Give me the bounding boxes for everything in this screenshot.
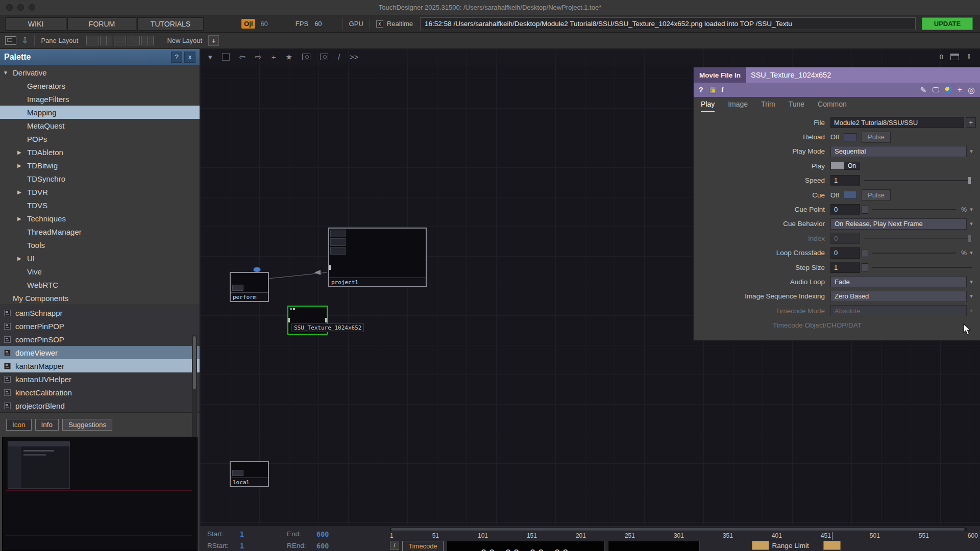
parameter-tab[interactable]: Image [728,100,748,112]
cue-value[interactable]: Off [830,191,839,199]
realtime-checkbox[interactable]: x [376,20,383,28]
tree-expand-icon[interactable]: ▶ [17,163,27,168]
info-icon[interactable]: i [722,86,724,94]
start-value[interactable]: 1 [240,530,287,538]
layout-horizontal-split-button[interactable] [114,36,126,45]
param-label[interactable]: Cue Point [694,206,830,213]
end-value[interactable]: 600 [316,530,329,538]
dropdown-caret-icon[interactable]: ▾ [967,279,976,285]
palette-tree-item[interactable]: WebRTC [0,278,200,291]
language-icon[interactable] [945,86,952,93]
layout-three-pane-button[interactable] [128,36,140,45]
timeline-scrollbar[interactable] [390,528,967,531]
parameter-tab[interactable]: Play [701,100,715,112]
palette-tree-item[interactable]: ▼ Derivative [0,66,200,79]
palette-tree-item[interactable]: Tools [0,238,200,252]
palette-tree-item[interactable]: MetaQuest [0,119,200,132]
palette-tree-item[interactable]: ▶ Techniques [0,212,200,225]
palette-close-button[interactable]: x [184,52,195,63]
palette-component-item[interactable]: projectorBlend [0,399,200,412]
help-icon[interactable]: ? [699,86,703,94]
path-expand-chevrons[interactable]: >> [350,53,359,61]
file-browse-button[interactable]: + [966,117,976,128]
palette-component-item[interactable]: domeViewer [0,346,200,359]
reload-value[interactable]: Off [830,133,839,141]
palette-tree-item[interactable]: Vive [0,265,200,278]
timeline-option-chip[interactable] [823,541,841,550]
tree-expand-icon[interactable]: ▶ [17,256,27,261]
cue-behavior-dropdown[interactable]: On Release, Play Next Frame [830,218,967,230]
tree-expand-icon[interactable]: ▼ [3,70,13,76]
input-connector[interactable] [329,265,331,270]
lock-icon[interactable] [709,87,716,93]
palette-tree-item[interactable]: ▶ TDBitwig [0,159,200,172]
layout-vertical-split-button[interactable] [100,36,112,45]
import-layout-icon[interactable]: ⇩ [21,36,28,45]
forum-button[interactable]: FORUM [67,17,136,31]
parameter-tab[interactable]: Trim [761,100,775,112]
node-project1[interactable]: project1 [328,228,427,287]
node-local[interactable]: local [230,461,269,487]
oi-monitor-badge[interactable]: O|I [241,19,255,29]
operator-name-field[interactable]: SSU_Texture_1024x652 [746,67,980,83]
param-label[interactable]: Loop Crossfade [694,249,830,257]
param-label[interactable]: Index [694,235,830,242]
palette-tree-item[interactable]: ImageFilters [0,92,200,106]
network-editor[interactable]: ▾ ⇦ ⇨ + ★ / >> 0 ⇩ [200,49,980,551]
palette-tree-item[interactable]: ThreadManager [0,225,200,238]
rend-value[interactable]: 600 [316,542,329,550]
palette-help-button[interactable]: ? [171,52,182,63]
timeline-ruler[interactable]: 151101151201251301351401451501551600 / T… [388,525,980,551]
timeline-option-chip[interactable] [752,541,769,550]
parameter-tab[interactable]: Tune [789,100,804,112]
play-toggle[interactable]: On [830,162,860,170]
zoom-fit-icon[interactable] [320,54,328,60]
rstart-value[interactable]: 1 [240,542,287,550]
palette-tree-item[interactable]: Generators [0,79,200,92]
step-size-slider[interactable] [872,267,972,268]
palette-component-item[interactable]: kinectCalibration [0,386,200,399]
palette-component-item[interactable]: cornerPinPOP [0,319,200,333]
param-label[interactable]: Timecode Mode [694,307,830,315]
palette-component-item[interactable]: kantanMapper [0,359,200,372]
audio-loop-dropdown[interactable]: Fade [830,276,967,287]
loop-crossfade-slider[interactable] [872,253,956,254]
param-label[interactable]: Play [694,162,830,170]
palette-tree-item[interactable]: ▶ TDAbleton [0,145,200,159]
step-size-field[interactable]: 1 [830,262,860,273]
param-label[interactable]: Cue [694,191,830,199]
param-label[interactable]: Image Sequence Indexing [694,292,830,300]
network-path[interactable]: / [338,53,340,61]
param-label[interactable]: File [694,119,830,127]
unit-caret-icon[interactable]: ▾ [967,249,976,256]
timeline-slash-button[interactable]: / [390,541,399,550]
palette-tree-item[interactable]: TDVS [0,198,200,212]
param-label[interactable]: Play Mode [694,147,830,155]
reload-pulse-button[interactable]: Pulse [862,132,891,143]
timeline-playhead[interactable] [832,532,832,540]
realtime-toggle[interactable]: x Realtime [376,20,413,28]
param-label[interactable]: Step Size [694,264,830,271]
speed-slider[interactable] [864,180,972,181]
update-button[interactable]: UPDATE [922,17,973,30]
cue-point-field[interactable]: 0 [830,204,860,215]
tree-expand-icon[interactable]: ▶ [17,189,27,195]
palette-tree-item[interactable]: Mapping [0,106,200,119]
palette-preview-tab[interactable]: Info [35,419,59,431]
timecode-tab[interactable]: Timecode [402,541,444,551]
network-menu-caret-icon[interactable]: ▾ [208,53,212,62]
floating-window-icon[interactable] [950,54,959,60]
palette-component-item[interactable]: cornerPinSOP [0,333,200,346]
add-parameter-icon[interactable]: + [958,85,962,94]
tree-expand-icon[interactable]: ▶ [17,216,27,221]
dropdown-caret-icon[interactable]: ▾ [967,220,976,227]
param-label[interactable]: Speed [694,177,830,184]
wiki-button[interactable]: WIKI [5,17,66,31]
dropdown-caret-icon[interactable]: ▾ [967,148,976,155]
slider-handle[interactable] [862,263,868,271]
param-label[interactable]: Audio Loop [694,278,830,286]
cue-point-slider[interactable] [872,209,956,210]
stop-icon[interactable] [222,53,230,61]
param-label[interactable]: Reload [694,133,830,141]
speed-field[interactable]: 1 [830,175,860,186]
